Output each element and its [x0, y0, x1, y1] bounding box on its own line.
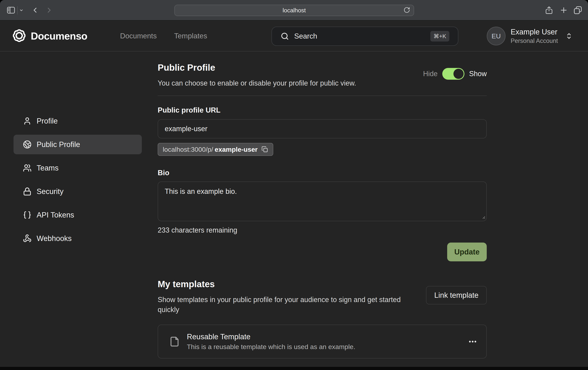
account-type: Personal Account [511, 37, 558, 44]
nav-documents[interactable]: Documents [120, 21, 157, 51]
sidebar-item-teams[interactable]: Teams [13, 158, 142, 178]
chevrons-up-down-icon [565, 31, 573, 41]
hide-label: Hide [423, 70, 438, 78]
bottom-edge [0, 367, 588, 370]
toggle-knob [453, 69, 464, 79]
update-button[interactable]: Update [447, 243, 487, 261]
search-shortcut-badge: ⌘+K [430, 31, 449, 41]
show-label: Show [469, 70, 487, 78]
copy-icon[interactable] [262, 146, 268, 153]
profile-url-slug: example-user [215, 146, 258, 153]
globe-icon [23, 140, 32, 149]
sidebar-item-api-tokens[interactable]: API Tokens [13, 205, 142, 225]
brand-name: Documenso [31, 30, 87, 42]
sidebar-item-label: Public Profile [37, 140, 80, 149]
browser-window: localhost Documenso Documents Te [0, 0, 588, 370]
settings-sidebar: Profile Public Profile Teams Security AP… [13, 111, 142, 252]
forward-icon[interactable] [45, 6, 53, 14]
sidebar-toggle-icon[interactable] [6, 6, 16, 15]
link-template-button[interactable]: Link template [426, 286, 487, 304]
toolbar-separator [17, 6, 18, 14]
address-bar-url: localhost [283, 7, 306, 14]
avatar: EU [487, 27, 505, 45]
braces-icon [23, 211, 32, 219]
user-icon [23, 117, 32, 125]
documenso-logo-icon [12, 29, 26, 43]
nav-templates[interactable]: Templates [174, 21, 207, 51]
public-profile-url-label: Public profile URL [158, 106, 220, 114]
template-list-item[interactable]: Reusable Template This is a reusable tem… [158, 325, 487, 359]
sidebar-item-label: Security [37, 187, 63, 196]
app-header: Documenso Documents Templates Search ⌘+K… [0, 21, 588, 51]
sidebar-item-public-profile[interactable]: Public Profile [13, 135, 142, 154]
section-divider [158, 95, 487, 96]
search-input[interactable]: Search ⌘+K [272, 27, 458, 46]
browser-toolbar: localhost [0, 0, 588, 21]
resize-handle-icon[interactable] [480, 213, 485, 220]
template-name: Reusable Template [187, 333, 355, 341]
sidebar-item-webhooks[interactable]: Webhooks [13, 229, 142, 248]
page-title: Public Profile [158, 62, 215, 73]
sidebar-item-label: Webhooks [37, 234, 72, 243]
chevron-down-icon[interactable] [19, 8, 24, 13]
users-icon [23, 164, 32, 172]
brand[interactable]: Documenso [12, 21, 87, 51]
search-placeholder: Search [294, 32, 317, 40]
tab-overview-icon[interactable] [573, 5, 583, 15]
sidebar-item-label: Profile [37, 117, 58, 125]
profile-visibility-toggle[interactable] [442, 68, 464, 80]
file-icon [169, 335, 180, 348]
sidebar-item-security[interactable]: Security [13, 182, 142, 201]
bio-label: Bio [158, 169, 169, 177]
template-more-menu-icon[interactable] [468, 339, 477, 344]
search-icon [281, 32, 289, 41]
template-description: This is a reusable template which is use… [187, 343, 355, 351]
sidebar-item-profile[interactable]: Profile [13, 111, 142, 131]
account-name: Example User [511, 28, 558, 36]
share-icon[interactable] [545, 5, 554, 15]
sidebar-item-label: Teams [37, 164, 59, 172]
bio-field-wrap: This is an example bio. [158, 182, 487, 221]
characters-remaining: 233 characters remaining [158, 226, 237, 234]
address-bar[interactable]: localhost [174, 5, 414, 16]
sidebar-item-label: API Tokens [37, 211, 74, 219]
profile-url-copy-pill[interactable]: localhost:3000/p/ example-user [158, 143, 273, 156]
visibility-toggle-row: Hide Show [423, 68, 487, 80]
lock-icon [23, 187, 32, 196]
new-tab-icon[interactable] [559, 6, 568, 14]
bio-textarea[interactable]: This is an example bio. [158, 182, 487, 221]
account-menu[interactable]: EU Example User Personal Account [487, 21, 573, 51]
page-subtitle: You can choose to enable or disable your… [158, 79, 356, 87]
my-templates-description: Show templates in your public profile fo… [158, 295, 414, 315]
profile-url-prefix: localhost:3000/p/ [163, 146, 213, 153]
public-profile-url-input[interactable] [158, 119, 487, 138]
my-templates-title: My templates [158, 279, 215, 289]
back-icon[interactable] [31, 6, 39, 14]
webhook-icon [23, 234, 32, 243]
refresh-icon[interactable] [403, 7, 410, 14]
